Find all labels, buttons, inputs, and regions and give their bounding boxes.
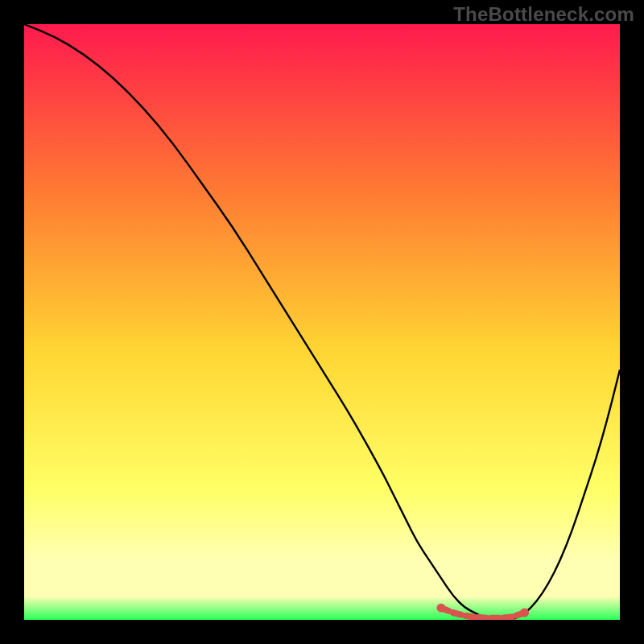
optimal-zone-endcap-0 <box>437 604 446 613</box>
chart-frame: TheBottleneck.com <box>0 0 644 644</box>
plot-area <box>24 24 620 620</box>
bottleneck-chart <box>24 24 620 620</box>
gradient-background <box>24 24 620 620</box>
optimal-zone-endcap-1 <box>520 609 529 617</box>
watermark-text: TheBottleneck.com <box>453 3 634 26</box>
